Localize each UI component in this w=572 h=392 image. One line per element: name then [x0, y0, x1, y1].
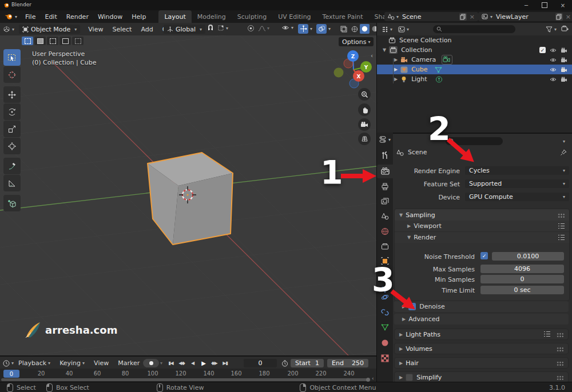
auto-keying-toggle[interactable]: ▾ — [143, 359, 162, 367]
render-visibility-icon[interactable] — [561, 47, 567, 53]
menu-edit[interactable]: Edit — [40, 10, 61, 23]
current-frame-field[interactable]: 0 — [244, 359, 277, 367]
simplify-checkbox[interactable] — [406, 374, 413, 381]
timeline-editor-type-button[interactable]: ▾ — [0, 360, 14, 367]
menu-keying[interactable]: Keying▾ — [55, 357, 89, 370]
viewport-3d[interactable]: Options▾ User Perspective (0) Collection… — [0, 35, 376, 355]
expand-icon[interactable]: ▶ — [394, 67, 398, 72]
drag-handle-icon[interactable] — [557, 213, 565, 218]
transform-orientation[interactable]: Global ▾ — [164, 25, 205, 34]
tab-uv-editing[interactable]: UV Editing — [272, 10, 316, 23]
tab-modeling[interactable]: Modeling — [192, 10, 232, 23]
hide-eye-icon[interactable] — [550, 57, 557, 63]
properties-options-icon[interactable]: ▾ — [563, 139, 565, 144]
menu-add[interactable]: Add — [136, 23, 157, 35]
shading-solid-icon[interactable] — [360, 24, 370, 34]
pan-button[interactable] — [358, 103, 371, 116]
tab-world[interactable] — [381, 227, 389, 237]
tab-tool[interactable] — [381, 151, 389, 161]
menu-window[interactable]: Window — [93, 10, 127, 23]
tab-render[interactable] — [381, 167, 390, 177]
new-viewlayer-icon[interactable] — [555, 13, 563, 21]
sampling-render-subpanel[interactable]: ▼Render — [395, 231, 569, 243]
next-keyframe-button[interactable]: ◆▶ — [209, 358, 219, 367]
expand-icon[interactable]: ▼ — [383, 47, 386, 53]
jump-to-start-button[interactable]: ▮◀ — [166, 358, 176, 367]
remove-viewlayer-icon[interactable]: × — [566, 13, 571, 21]
tab-output[interactable] — [381, 183, 389, 192]
tool-scale[interactable] — [3, 121, 21, 137]
play-button[interactable]: ▶ — [198, 358, 208, 367]
tool-move[interactable] — [3, 86, 21, 103]
new-collection-button[interactable] — [561, 25, 569, 34]
maximize-button[interactable] — [535, 0, 554, 10]
menu-help[interactable]: Help — [127, 10, 150, 23]
min-samples-field[interactable]: 0 — [480, 275, 564, 283]
drag-handle-icon[interactable] — [556, 375, 563, 380]
tool-add-cube[interactable] — [3, 195, 21, 211]
scene-selector[interactable]: ▾ Scene × — [384, 12, 478, 21]
expand-icon[interactable]: ▶ — [394, 57, 398, 62]
playhead-badge[interactable]: 0 — [3, 370, 19, 378]
menu-render[interactable]: Render — [62, 10, 93, 23]
mode-selector[interactable]: Object Mode ▾ — [19, 25, 80, 34]
menu-file[interactable]: File — [21, 10, 40, 23]
shading-wireframe-icon[interactable] — [349, 24, 359, 34]
hide-eye-icon[interactable] — [550, 77, 557, 82]
outliner-row-scene-collection[interactable]: Scene Collection — [377, 35, 572, 45]
scroll-left-icon[interactable]: ‹ — [372, 375, 374, 381]
blender-menu-button[interactable]: ▾ — [0, 13, 21, 20]
hide-eye-icon[interactable] — [550, 47, 557, 53]
select-box-mode[interactable] — [34, 37, 46, 45]
select-intersect-mode[interactable] — [72, 37, 84, 45]
light-paths-panel[interactable]: ▶Light Paths — [394, 329, 569, 340]
minimize-button[interactable]: ─ — [517, 0, 535, 10]
volumes-panel[interactable]: ▶Volumes — [394, 343, 569, 354]
tab-view-layer[interactable] — [381, 198, 389, 207]
proportional-editing-group[interactable]: ▾ — [247, 25, 269, 32]
expand-icon[interactable]: ▶ — [394, 77, 398, 82]
end-frame-field[interactable]: End250 — [327, 359, 368, 367]
tab-sculpting[interactable]: Sculpting — [232, 10, 272, 23]
outliner-row-cube-selected[interactable]: ▶ Cube — [377, 65, 572, 74]
tool-measure[interactable] — [3, 175, 21, 191]
collection-checkbox[interactable]: ✓ — [539, 47, 546, 53]
render-visibility-icon[interactable] — [561, 77, 567, 82]
menu-select[interactable]: Select — [108, 23, 136, 35]
gizmos-toggle[interactable]: ▾ — [298, 24, 312, 34]
outliner-editor-type-button[interactable]: ▾ — [377, 26, 392, 33]
render-visibility-icon[interactable] — [561, 67, 567, 73]
noise-threshold-checkbox[interactable]: ✓ — [480, 252, 488, 259]
outliner-display-mode-button[interactable]: ▾ — [392, 26, 409, 33]
menu-playback[interactable]: Playback▾ — [14, 357, 55, 370]
simplify-panel[interactable]: ▶ Simplify — [394, 371, 569, 383]
ortho-toggle-button[interactable] — [358, 133, 371, 145]
sidebar-collapse-icon[interactable]: ‹ — [371, 53, 373, 59]
outliner-row-collection[interactable]: ▼ Collection ✓ — [377, 45, 572, 55]
viewlayer-selector[interactable]: ▾ ViewLayer × — [478, 12, 572, 21]
outliner-row-camera[interactable]: ▶ Camera — [377, 55, 572, 65]
preset-list-icon[interactable] — [558, 223, 565, 229]
tab-constraints[interactable] — [381, 309, 389, 318]
pin-icon[interactable] — [560, 149, 567, 156]
tool-cursor[interactable] — [3, 66, 21, 83]
select-extend-mode[interactable] — [47, 37, 58, 45]
scrollbar-handle[interactable] — [366, 378, 370, 382]
outliner-filter-button[interactable]: ▾ — [546, 26, 557, 33]
tab-material[interactable] — [381, 339, 389, 349]
tab-object-data[interactable] — [381, 323, 389, 333]
prev-keyframe-button[interactable]: ◀◆ — [177, 358, 186, 367]
outliner-row-light[interactable]: ▶ Light — [377, 74, 572, 84]
render-visibility-icon[interactable] — [561, 57, 567, 63]
timeline-ruler[interactable]: 0 20 40 60 80 100 120 140 160 180 200 22… — [0, 369, 376, 382]
visibility-group[interactable]: ▾ — [281, 25, 293, 31]
time-limit-field[interactable]: 0 sec — [480, 286, 564, 294]
sampling-viewport-subpanel[interactable]: ▶Viewport — [395, 221, 569, 231]
sampling-panel-header[interactable]: ▼Sampling — [395, 209, 569, 221]
outliner-search-input[interactable] — [433, 25, 515, 33]
xray-toggle-icon[interactable] — [339, 24, 349, 34]
noise-threshold-field[interactable]: 0.0100 — [492, 252, 564, 261]
snapping-group[interactable]: ▾ — [207, 25, 228, 31]
tool-transform[interactable] — [3, 138, 21, 154]
camera-view-button[interactable] — [358, 118, 371, 131]
